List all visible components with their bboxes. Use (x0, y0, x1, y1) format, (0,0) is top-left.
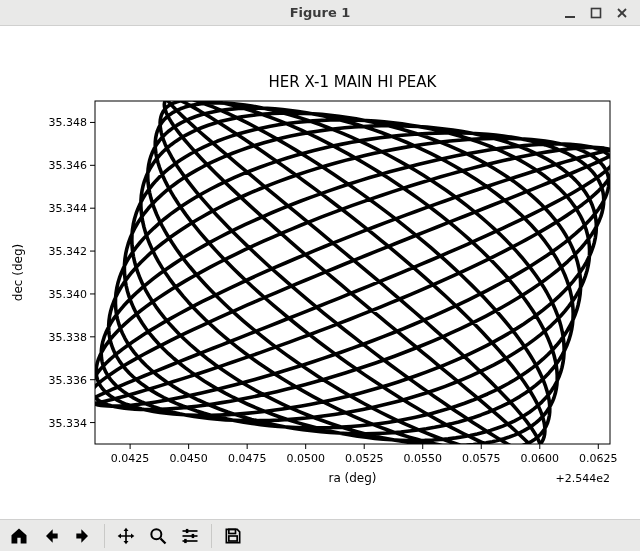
x-tick-label: 0.0575 (462, 452, 501, 465)
toolbar-separator (104, 524, 105, 548)
svg-rect-30 (184, 539, 187, 543)
window-title: Figure 1 (0, 5, 640, 20)
x-tick-label: 0.0425 (111, 452, 150, 465)
minimize-button[interactable] (562, 5, 578, 21)
x-tick-label: 0.0625 (579, 452, 618, 465)
move-icon (116, 526, 136, 546)
maximize-button[interactable] (588, 5, 604, 21)
y-tick-label: 35.334 (49, 417, 88, 430)
save-icon (223, 526, 243, 546)
trace-line (87, 96, 618, 458)
y-axis-label: dec (deg) (11, 244, 25, 301)
x-tick-label: 0.0475 (228, 452, 267, 465)
x-tick-label: 0.0450 (169, 452, 208, 465)
arrow-right-icon (73, 526, 93, 546)
sliders-icon (180, 526, 200, 546)
x-offset-label: +2.544e2 (556, 472, 610, 485)
chart-title: HER X-1 MAIN HI PEAK (269, 73, 438, 91)
y-tick-label: 35.338 (49, 331, 88, 344)
home-button[interactable] (4, 521, 34, 551)
svg-rect-31 (229, 529, 236, 533)
x-tick-label: 0.0525 (345, 452, 384, 465)
save-button[interactable] (218, 521, 248, 551)
y-tick-label: 35.336 (49, 374, 88, 387)
x-tick-label: 0.0500 (286, 452, 325, 465)
svg-rect-26 (186, 529, 189, 533)
y-tick-label: 35.348 (49, 117, 88, 130)
zoom-icon (148, 526, 168, 546)
y-tick-label: 35.344 (49, 202, 88, 215)
window-titlebar: Figure 1 (0, 0, 640, 26)
x-axis-label: ra (deg) (328, 471, 376, 485)
x-tick-label: 0.0600 (521, 452, 560, 465)
home-icon (9, 526, 29, 546)
close-button[interactable] (614, 5, 630, 21)
pan-button[interactable] (111, 521, 141, 551)
back-button[interactable] (36, 521, 66, 551)
svg-line-24 (161, 538, 166, 543)
forward-button[interactable] (68, 521, 98, 551)
svg-rect-32 (229, 536, 237, 541)
figure-canvas[interactable]: HER X-1 MAIN HI PEAK0.04250.04500.04750.… (0, 26, 640, 519)
arrow-left-icon (41, 526, 61, 546)
svg-point-23 (151, 529, 161, 539)
configure-subplots-button[interactable] (175, 521, 205, 551)
matplotlib-toolbar (0, 519, 640, 551)
x-tick-label: 0.0550 (403, 452, 442, 465)
y-tick-label: 35.346 (49, 160, 88, 173)
svg-rect-28 (192, 534, 195, 538)
y-tick-label: 35.340 (49, 288, 88, 301)
toolbar-separator (211, 524, 212, 548)
y-tick-label: 35.342 (49, 245, 88, 258)
svg-rect-1 (592, 8, 601, 17)
zoom-button[interactable] (143, 521, 173, 551)
